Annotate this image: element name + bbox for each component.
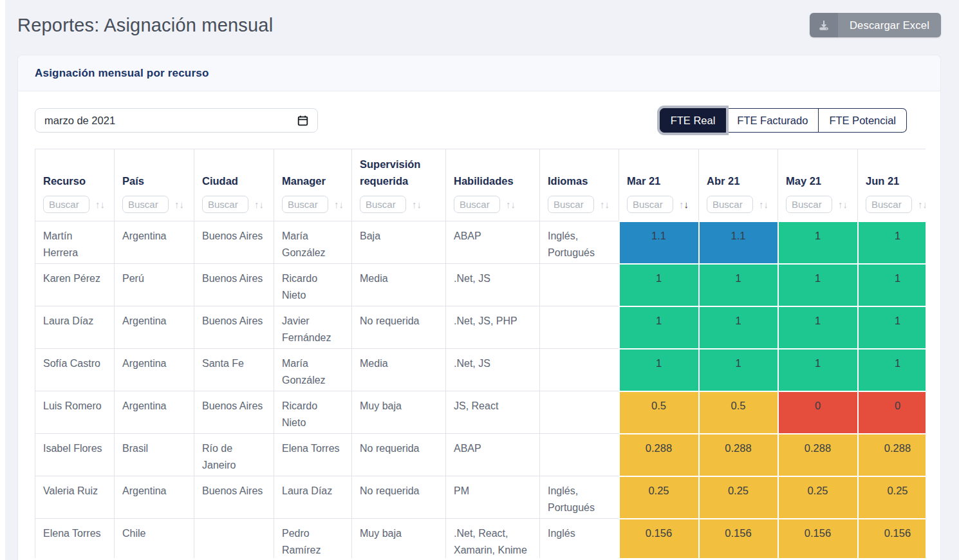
fte-cell-mar21: 0.288 xyxy=(619,434,699,476)
column-search-input-abr21[interactable] xyxy=(707,196,753,213)
sort-desc-icon: ↓ xyxy=(417,199,422,210)
reports-page: Reportes: Asignación mensual Descargar E… xyxy=(0,0,959,560)
cell-ciudad: Buenos Aires xyxy=(194,264,274,306)
column-header-mar21: Mar 21↑↓ xyxy=(619,149,699,221)
cell-idiomas: Inglés, Portugués xyxy=(540,476,619,519)
cell-ciudad xyxy=(194,519,274,559)
month-picker-value: marzo de 2021 xyxy=(44,115,115,127)
table-row: Martín HerreraArgentinaBuenos AiresMaría… xyxy=(35,221,926,264)
cell-ciudad: Buenos Aires xyxy=(194,476,274,519)
controls-row: marzo de 2021 FTE RealFTE FacturadoFTE P… xyxy=(35,108,924,133)
column-title: Mar 21 xyxy=(627,173,691,189)
fte-cell-mar21: 1.1 xyxy=(619,221,699,264)
sort-control-idiomas[interactable]: ↑↓ xyxy=(600,199,610,210)
sort-desc-icon: ↓ xyxy=(259,199,265,210)
fte-cell-may21: 0.25 xyxy=(778,476,858,519)
cell-supervision: Muy baja xyxy=(352,519,446,559)
fte-cell-jun21: 1 xyxy=(858,221,926,264)
column-search-input-jun21[interactable] xyxy=(866,196,912,213)
column-search-input-manager[interactable] xyxy=(282,196,328,213)
sort-asc-icon: ↑ xyxy=(412,199,417,210)
calendar-icon[interactable] xyxy=(297,115,308,126)
fte-cell-mar21: 1 xyxy=(619,264,699,306)
sort-control-supervision[interactable]: ↑↓ xyxy=(412,199,422,210)
column-search-input-may21[interactable] xyxy=(786,196,832,213)
sort-asc-icon: ↑ xyxy=(759,199,764,210)
column-header-habilidades: Habilidades↑↓ xyxy=(446,149,540,221)
table-row: Valeria RuizArgentinaBuenos AiresLaura D… xyxy=(35,476,926,519)
cell-habilidades: ABAP xyxy=(446,221,540,264)
table-header-row: Recurso↑↓País↑↓Ciudad↑↓Manager↑↓Supervis… xyxy=(35,149,926,221)
sort-desc-icon: ↓ xyxy=(511,199,516,210)
column-search-input-ciudad[interactable] xyxy=(202,196,248,213)
fte-cell-may21: 0 xyxy=(778,391,858,434)
column-title: Supervisión requerida xyxy=(360,156,438,189)
sort-asc-icon: ↑ xyxy=(254,199,259,210)
cell-idiomas xyxy=(540,391,619,434)
fte-cell-mar21: 0.25 xyxy=(619,476,699,519)
fte-cell-may21: 1 xyxy=(778,306,858,349)
sort-control-mar21[interactable]: ↑↓ xyxy=(679,199,689,210)
sort-control-manager[interactable]: ↑↓ xyxy=(334,199,344,210)
cell-supervision: Media xyxy=(352,264,446,306)
column-header-supervision: Supervisión requerida↑↓ xyxy=(352,149,446,221)
column-title: Ciudad xyxy=(202,173,266,189)
cell-recurso: Laura Díaz xyxy=(35,306,115,349)
column-search-input-pais[interactable] xyxy=(122,196,169,213)
sort-control-abr21[interactable]: ↑↓ xyxy=(759,199,768,210)
month-picker-input[interactable]: marzo de 2021 xyxy=(35,108,318,133)
column-header-may21: May 21↑↓ xyxy=(778,149,858,221)
fte-cell-jun21: 0 xyxy=(858,391,926,434)
cell-habilidades: .Net, JS xyxy=(446,349,540,391)
cell-ciudad: Buenos Aires xyxy=(194,391,274,434)
column-search-input-recurso[interactable] xyxy=(43,196,89,213)
card-header: Asignación mensual por recurso xyxy=(18,55,940,91)
cell-manager: Laura Díaz xyxy=(274,476,352,519)
sort-control-may21[interactable]: ↑↓ xyxy=(838,199,848,210)
sort-asc-icon: ↑ xyxy=(95,199,100,210)
sort-control-recurso[interactable]: ↑↓ xyxy=(95,199,105,210)
cell-habilidades: PM xyxy=(446,476,540,519)
table-row: Karen PérezPerúBuenos AiresRicardo Nieto… xyxy=(35,264,926,306)
fte-cell-jun21: 0.288 xyxy=(858,434,926,476)
cell-ciudad: Buenos Aires xyxy=(194,306,274,349)
column-search-input-idiomas[interactable] xyxy=(548,196,594,213)
sort-desc-icon: ↓ xyxy=(339,199,344,210)
top-bar: Reportes: Asignación mensual Descargar E… xyxy=(17,0,941,37)
column-search-input-supervision[interactable] xyxy=(360,196,406,213)
column-search-input-habilidades[interactable] xyxy=(454,196,500,213)
cell-manager: Ricardo Nieto xyxy=(274,391,352,434)
sort-control-ciudad[interactable]: ↑↓ xyxy=(254,199,264,210)
cell-idiomas: Inglés xyxy=(540,519,619,559)
column-header-ciudad: Ciudad↑↓ xyxy=(194,149,274,221)
column-header-recurso: Recurso↑↓ xyxy=(35,149,115,221)
sort-control-pais[interactable]: ↑↓ xyxy=(174,199,184,210)
assignment-table: Recurso↑↓País↑↓Ciudad↑↓Manager↑↓Supervis… xyxy=(35,149,926,558)
tab-fte-potencial[interactable]: FTE Potencial xyxy=(819,108,907,133)
download-excel-button[interactable]: Descargar Excel xyxy=(810,13,941,37)
column-header-jun21: Jun 21↑↓ xyxy=(858,149,926,221)
cell-manager: Ricardo Nieto xyxy=(274,264,352,306)
fte-cell-abr21: 1 xyxy=(699,264,778,306)
column-title: Jun 21 xyxy=(866,173,926,189)
sort-asc-icon: ↑ xyxy=(506,199,511,210)
fte-cell-mar21: 1 xyxy=(619,306,699,349)
column-title: Abr 21 xyxy=(707,173,770,189)
tab-fte-real[interactable]: FTE Real xyxy=(660,108,727,133)
cell-pais: Perú xyxy=(115,264,194,306)
cell-pais: Argentina xyxy=(115,349,194,391)
sort-asc-icon: ↑ xyxy=(600,199,605,210)
table-row: Sofía CastroArgentinaSanta FeMaría Gonzá… xyxy=(35,349,926,391)
table-row: Laura DíazArgentinaBuenos AiresJavier Fe… xyxy=(35,306,926,349)
tab-fte-facturado[interactable]: FTE Facturado xyxy=(726,108,819,133)
sort-control-jun21[interactable]: ↑↓ xyxy=(918,199,926,210)
cell-recurso: Sofía Castro xyxy=(35,349,115,391)
fte-cell-jun21: 0.25 xyxy=(858,476,926,519)
cell-manager: Javier Fernández xyxy=(274,306,352,349)
column-search-input-mar21[interactable] xyxy=(627,196,673,213)
sort-control-habilidades[interactable]: ↑↓ xyxy=(506,199,516,210)
cell-recurso: Karen Pérez xyxy=(35,264,115,306)
column-header-manager: Manager↑↓ xyxy=(274,149,352,221)
fte-cell-abr21: 1 xyxy=(699,349,778,391)
cell-habilidades: .Net, JS, PHP xyxy=(446,306,540,349)
